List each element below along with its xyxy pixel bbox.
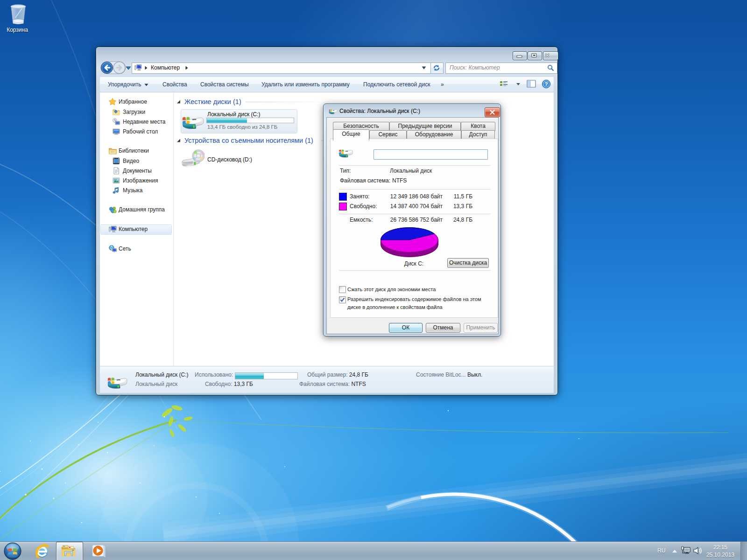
svg-text:?: ? (544, 81, 548, 87)
